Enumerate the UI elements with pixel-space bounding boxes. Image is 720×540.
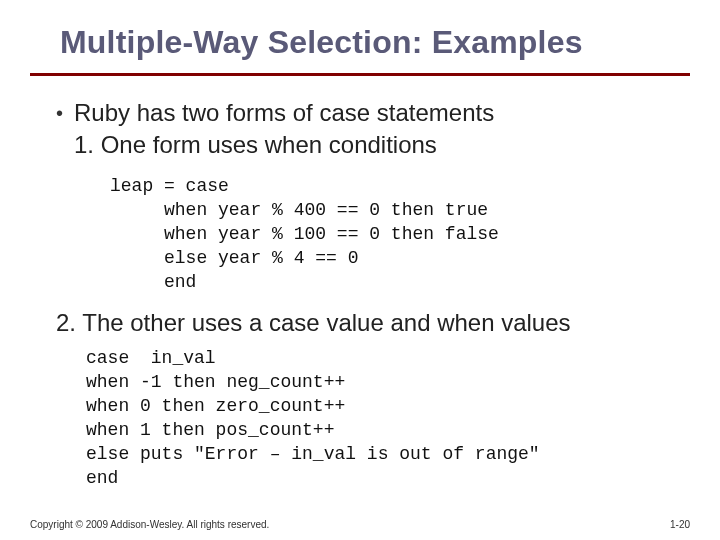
page-number: 1-20 (670, 519, 690, 530)
slide-title: Multiple-Way Selection: Examples (0, 0, 720, 69)
slide: Multiple-Way Selection: Examples • Ruby … (0, 0, 720, 540)
slide-body: • Ruby has two forms of case statements … (0, 76, 720, 490)
code-block-1: leap = case when year % 400 == 0 then tr… (110, 174, 680, 294)
copyright-text: Copyright © 2009 Addison-Wesley. All rig… (30, 519, 269, 530)
code-block-2: case in_val when -1 then neg_count++ whe… (86, 346, 680, 490)
subpoint-2: 2. The other uses a case value and when … (56, 308, 680, 338)
bullet-icon: • (56, 98, 74, 128)
bullet-text: Ruby has two forms of case statements (74, 98, 494, 128)
bullet-row: • Ruby has two forms of case statements (56, 98, 680, 128)
footer: Copyright © 2009 Addison-Wesley. All rig… (30, 519, 690, 530)
subpoint-1: 1. One form uses when conditions (74, 130, 680, 160)
